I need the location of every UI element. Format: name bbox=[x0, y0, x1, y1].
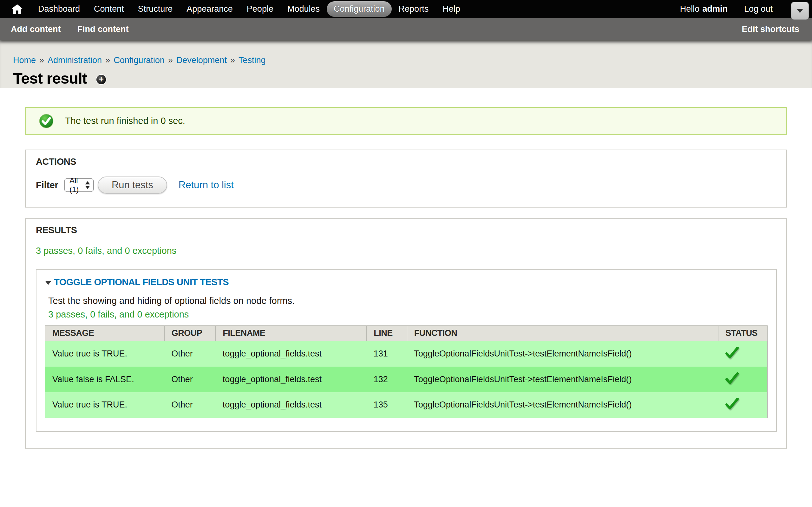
toolbar-item-content[interactable]: Content bbox=[87, 1, 131, 17]
breadcrumb-separator: » bbox=[168, 55, 173, 65]
table-row: Value true is TRUE. Other toggle_optiona… bbox=[45, 341, 768, 367]
actions-row: Filter All (1) Run tests Return to list bbox=[36, 176, 777, 193]
select-stepper-icon bbox=[85, 181, 90, 189]
greeting-text: Hello bbox=[680, 4, 700, 14]
shortcut-add-content[interactable]: Add content bbox=[11, 24, 61, 34]
filter-select[interactable]: All (1) bbox=[64, 178, 94, 192]
status-ok-icon bbox=[39, 114, 54, 128]
breadcrumb-separator: » bbox=[105, 55, 110, 65]
toolbar-item-people[interactable]: People bbox=[240, 1, 281, 17]
title-row: Test result bbox=[13, 69, 799, 87]
column-header-status: STATUS bbox=[718, 326, 768, 341]
return-to-list-link[interactable]: Return to list bbox=[179, 179, 234, 191]
home-icon[interactable] bbox=[11, 3, 23, 15]
cell-line: 131 bbox=[367, 341, 407, 367]
cell-line: 132 bbox=[367, 367, 407, 392]
toolbar-item-structure[interactable]: Structure bbox=[131, 1, 180, 17]
breadcrumb-home[interactable]: Home bbox=[13, 55, 36, 65]
cell-function: ToggleOptionalFieldsUnitTest->testElemen… bbox=[407, 392, 718, 418]
cell-function: ToggleOptionalFieldsUnitTest->testElemen… bbox=[407, 367, 718, 392]
page-header: Home»Administration»Configuration»Develo… bbox=[0, 40, 812, 88]
toolbar-item-dashboard[interactable]: Dashboard bbox=[31, 1, 87, 17]
breadcrumb-separator: » bbox=[39, 55, 44, 65]
main-content: The test run finished in 0 sec. ACTIONS … bbox=[0, 88, 812, 449]
cell-filename: toggle_optional_fields.test bbox=[216, 341, 367, 367]
results-summary: 3 passes, 0 fails, and 0 exceptions bbox=[36, 245, 777, 256]
table-row: Value true is TRUE. Other toggle_optiona… bbox=[45, 392, 768, 418]
username: admin bbox=[702, 4, 728, 14]
logout-link[interactable]: Log out bbox=[744, 4, 773, 14]
table-row: Value false is FALSE. Other toggle_optio… bbox=[45, 367, 768, 392]
test-results-table: MESSAGE GROUP FILENAME LINE FUNCTION STA… bbox=[45, 326, 768, 418]
shortcut-bar: Add content Find content Edit shortcuts bbox=[0, 18, 812, 40]
toolbar-item-appearance[interactable]: Appearance bbox=[180, 1, 240, 17]
cell-group: Other bbox=[164, 341, 216, 367]
cell-filename: toggle_optional_fields.test bbox=[216, 392, 367, 418]
toolbar-item-help[interactable]: Help bbox=[436, 1, 467, 17]
admin-toolbar: Dashboard Content Structure Appearance P… bbox=[0, 0, 812, 18]
collapse-arrow-icon bbox=[45, 281, 51, 285]
cell-status bbox=[718, 392, 768, 418]
pass-check-icon bbox=[725, 347, 739, 359]
breadcrumb-development[interactable]: Development bbox=[176, 55, 227, 65]
test-group-description: Test the showing and hiding of optional … bbox=[48, 296, 768, 306]
status-message-text: The test run finished in 0 sec. bbox=[65, 116, 185, 126]
status-message: The test run finished in 0 sec. bbox=[25, 107, 787, 135]
column-header-message: MESSAGE bbox=[45, 326, 165, 341]
toolbar-item-configuration[interactable]: Configuration bbox=[327, 1, 392, 17]
shortcut-find-content[interactable]: Find content bbox=[77, 24, 129, 34]
cell-line: 135 bbox=[367, 392, 407, 418]
toolbar-toggle-button[interactable] bbox=[791, 2, 809, 20]
actions-panel: ACTIONS Filter All (1) Run tests Return … bbox=[25, 150, 787, 208]
cell-message: Value true is TRUE. bbox=[45, 392, 165, 418]
breadcrumb-administration[interactable]: Administration bbox=[48, 55, 102, 65]
add-to-shortcuts-icon[interactable] bbox=[96, 75, 106, 84]
chevron-down-icon bbox=[797, 9, 803, 13]
toolbar-item-reports[interactable]: Reports bbox=[392, 1, 436, 17]
breadcrumb-configuration[interactable]: Configuration bbox=[113, 55, 165, 65]
cell-status bbox=[718, 341, 768, 367]
home-icon-glyph bbox=[12, 4, 22, 14]
pass-check-icon bbox=[725, 398, 739, 410]
breadcrumb-separator: » bbox=[230, 55, 235, 65]
cell-group: Other bbox=[164, 367, 216, 392]
table-header-row: MESSAGE GROUP FILENAME LINE FUNCTION STA… bbox=[45, 326, 768, 341]
user-greeting: Helloadmin bbox=[680, 4, 728, 14]
page-title: Test result bbox=[13, 69, 87, 87]
column-header-line: LINE bbox=[367, 326, 407, 341]
test-group-title-link[interactable]: TOGGLE OPTIONAL FIELDS UNIT TESTS bbox=[54, 277, 229, 287]
toolbar-item-modules[interactable]: Modules bbox=[281, 1, 327, 17]
pass-check-icon bbox=[725, 372, 739, 384]
test-group-fieldset: TOGGLE OPTIONAL FIELDS UNIT TESTS Test t… bbox=[36, 269, 777, 432]
test-group-summary: 3 passes, 0 fails, and 0 exceptions bbox=[48, 309, 768, 320]
column-header-group: GROUP bbox=[164, 326, 216, 341]
breadcrumb: Home»Administration»Configuration»Develo… bbox=[13, 55, 799, 65]
cell-filename: toggle_optional_fields.test bbox=[216, 367, 367, 392]
cell-group: Other bbox=[164, 392, 216, 418]
cell-function: ToggleOptionalFieldsUnitTest->testElemen… bbox=[407, 341, 718, 367]
results-legend: RESULTS bbox=[36, 225, 777, 235]
cell-status bbox=[718, 367, 768, 392]
column-header-function: FUNCTION bbox=[407, 326, 718, 341]
column-header-filename: FILENAME bbox=[216, 326, 367, 341]
breadcrumb-testing[interactable]: Testing bbox=[239, 55, 266, 65]
test-group-title-row: TOGGLE OPTIONAL FIELDS UNIT TESTS bbox=[45, 277, 768, 287]
run-tests-button[interactable]: Run tests bbox=[98, 176, 167, 193]
filter-label: Filter bbox=[36, 180, 58, 190]
cell-message: Value false is FALSE. bbox=[45, 367, 165, 392]
actions-legend: ACTIONS bbox=[36, 157, 777, 167]
cell-message: Value true is TRUE. bbox=[45, 341, 165, 367]
filter-select-value: All (1) bbox=[69, 176, 85, 194]
edit-shortcuts-link[interactable]: Edit shortcuts bbox=[742, 24, 799, 34]
results-panel: RESULTS 3 passes, 0 fails, and 0 excepti… bbox=[25, 218, 787, 449]
